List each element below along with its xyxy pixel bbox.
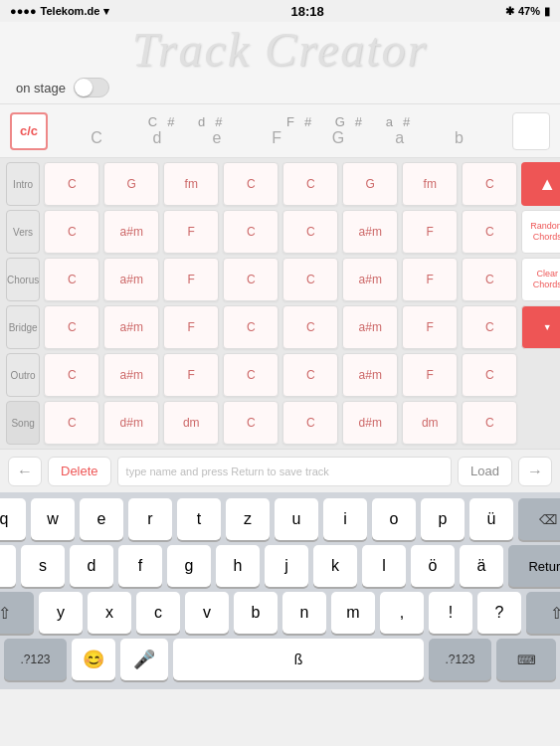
key-r[interactable]: r — [128, 498, 172, 540]
row-label-vers[interactable]: Vers — [6, 210, 40, 254]
key-n[interactable]: n — [282, 592, 326, 634]
key-a[interactable]: a — [0, 545, 16, 587]
space-bar[interactable]: ß — [173, 639, 424, 680]
chord-cell[interactable]: a#m — [342, 258, 398, 301]
chord-cell[interactable]: a#m — [103, 305, 159, 349]
up-arrow-button[interactable]: ▲ — [521, 162, 560, 206]
clear-chords-button[interactable]: ClearChords — [521, 258, 560, 301]
chord-cell[interactable]: C — [282, 258, 338, 301]
chord-cell[interactable]: F — [163, 210, 219, 254]
chord-cell[interactable]: C — [462, 210, 517, 254]
chord-cell[interactable]: F — [402, 305, 458, 349]
key-t[interactable]: t — [177, 498, 221, 540]
shift-key[interactable]: ⇧ — [0, 592, 34, 634]
chord-cell[interactable]: C — [462, 258, 517, 301]
chord-cell[interactable]: fm — [163, 162, 219, 206]
chord-cell[interactable]: C — [282, 353, 338, 397]
key-m[interactable]: m — [331, 592, 375, 634]
chord-cell[interactable]: C — [462, 353, 517, 397]
on-stage-toggle[interactable] — [74, 78, 109, 97]
chord-cell[interactable]: C — [44, 210, 99, 254]
chord-cell[interactable]: C — [223, 305, 279, 349]
key-oe[interactable]: ö — [411, 545, 455, 587]
chord-cell[interactable]: C — [44, 353, 99, 397]
chord-cell[interactable]: dm — [402, 401, 458, 445]
down-arrow-button[interactable]: ▼ — [521, 305, 560, 349]
chord-cell[interactable]: C — [462, 162, 517, 206]
chord-cell[interactable]: a#m — [342, 210, 398, 254]
chord-cell[interactable]: a#m — [342, 353, 398, 397]
emoji-key[interactable]: 😊 — [72, 639, 115, 680]
key-g[interactable]: g — [167, 545, 211, 587]
num-key-right[interactable]: .?123 — [429, 639, 491, 680]
forward-arrow-button[interactable]: → — [518, 457, 552, 486]
return-key[interactable]: Return — [508, 545, 560, 587]
row-label-song[interactable]: Song — [6, 401, 40, 445]
key-z[interactable]: z — [226, 498, 270, 540]
chord-cell[interactable]: C — [223, 210, 279, 254]
key-exclaim[interactable]: ! — [429, 592, 472, 634]
chord-cell[interactable]: a#m — [342, 305, 398, 349]
shift-key-right[interactable]: ⇧ — [526, 592, 560, 634]
chord-cell[interactable]: C — [223, 401, 279, 445]
chord-cell[interactable]: d#m — [103, 401, 159, 445]
chord-cell[interactable]: a#m — [103, 353, 159, 397]
load-button[interactable]: Load — [458, 457, 512, 486]
chord-cell[interactable]: F — [402, 258, 458, 301]
chord-cell[interactable]: G — [103, 162, 159, 206]
chord-cell[interactable]: C — [462, 401, 517, 445]
mic-key[interactable]: 🎤 — [120, 639, 168, 680]
chord-cell[interactable]: dm — [163, 401, 219, 445]
key-v[interactable]: v — [185, 592, 229, 634]
chord-cell[interactable]: F — [163, 258, 219, 301]
key-i[interactable]: i — [323, 498, 367, 540]
row-label-bridge[interactable]: Bridge — [6, 305, 40, 349]
chord-cell[interactable]: fm — [402, 162, 458, 206]
key-f[interactable]: f — [118, 545, 162, 587]
chord-cell[interactable]: C — [282, 401, 338, 445]
key-l[interactable]: l — [362, 545, 406, 587]
chord-cell[interactable]: C — [44, 305, 99, 349]
chord-cell[interactable]: C — [282, 210, 338, 254]
key-comma[interactable]: , — [380, 592, 424, 634]
chord-cell[interactable]: C — [223, 162, 279, 206]
chord-cell[interactable]: C — [282, 305, 338, 349]
chord-cell[interactable]: a#m — [103, 210, 159, 254]
keyboard-icon-key[interactable]: ⌨ — [496, 639, 556, 680]
chord-cell[interactable]: C — [44, 401, 99, 445]
chord-cell[interactable]: a#m — [103, 258, 159, 301]
key-b[interactable]: b — [234, 592, 278, 634]
backspace-key[interactable]: ⌫ — [518, 498, 560, 540]
num-key-left[interactable]: .?123 — [4, 639, 67, 680]
blank-button[interactable] — [512, 112, 550, 150]
delete-button[interactable]: Delete — [48, 457, 111, 486]
chord-cell[interactable]: C — [223, 258, 279, 301]
chord-cell[interactable]: C — [44, 258, 99, 301]
key-ue[interactable]: ü — [469, 498, 513, 540]
key-o[interactable]: o — [372, 498, 416, 540]
random-chords-button[interactable]: RandomChords — [521, 210, 560, 254]
chord-cell[interactable]: C — [282, 162, 338, 206]
key-u[interactable]: u — [275, 498, 318, 540]
chord-cell[interactable]: F — [163, 353, 219, 397]
chord-cell[interactable]: C — [462, 305, 517, 349]
chord-cell[interactable]: F — [402, 210, 458, 254]
chord-cell[interactable]: C — [44, 162, 99, 206]
root-button[interactable]: c/c — [10, 112, 48, 150]
key-p[interactable]: p — [421, 498, 465, 540]
chord-cell[interactable]: G — [342, 162, 398, 206]
chord-cell[interactable]: C — [223, 353, 279, 397]
key-e[interactable]: e — [80, 498, 123, 540]
key-c[interactable]: c — [136, 592, 180, 634]
back-arrow-button[interactable]: ← — [8, 457, 42, 486]
row-label-chorus[interactable]: Chorus — [6, 258, 40, 301]
row-label-outro[interactable]: Outro — [6, 353, 40, 397]
row-label-intro[interactable]: Intro — [6, 162, 40, 206]
key-w[interactable]: w — [31, 498, 75, 540]
track-name-input[interactable]: type name and press Return to save track — [117, 457, 453, 486]
chord-cell[interactable]: F — [163, 305, 219, 349]
key-y[interactable]: y — [39, 592, 83, 634]
key-k[interactable]: k — [313, 545, 357, 587]
key-ae[interactable]: ä — [460, 545, 503, 587]
key-h[interactable]: h — [216, 545, 260, 587]
